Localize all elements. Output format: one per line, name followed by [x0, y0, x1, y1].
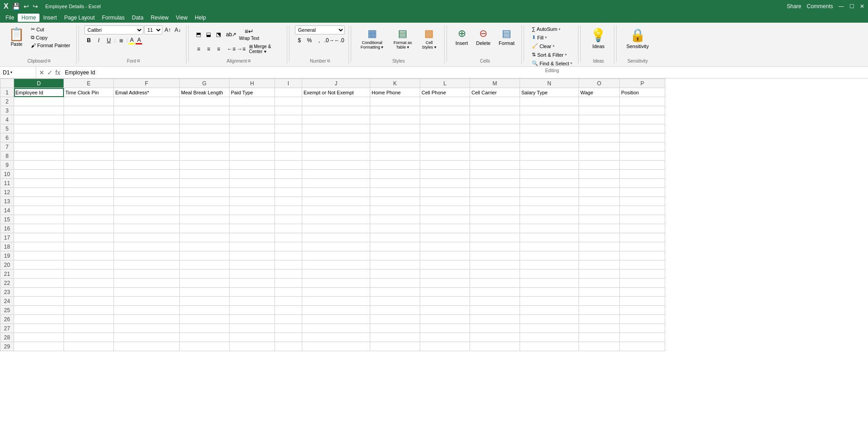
- cell-H11[interactable]: [230, 179, 275, 188]
- row-header-17[interactable]: 17: [0, 233, 14, 242]
- cell-J5[interactable]: [302, 124, 370, 133]
- align-top-left-btn[interactable]: ⬒: [194, 30, 203, 39]
- cell-L9[interactable]: [420, 161, 470, 170]
- cell-M10[interactable]: [470, 170, 520, 179]
- cell-K3[interactable]: [370, 106, 420, 115]
- restore-button[interactable]: ☐: [849, 3, 854, 10]
- cell-K21[interactable]: [370, 269, 420, 279]
- cell-L18[interactable]: [420, 242, 470, 251]
- find-select-button[interactable]: 🔍 Find & Select ▾: [530, 59, 574, 67]
- cell-L5[interactable]: [420, 124, 470, 133]
- cell-M5[interactable]: [470, 124, 520, 133]
- cell-E23[interactable]: [64, 288, 114, 297]
- orient-btn[interactable]: ab↗: [227, 30, 236, 39]
- cell-G1[interactable]: Meal Break Length: [180, 88, 230, 97]
- cell-E13[interactable]: [64, 197, 114, 206]
- cell-L22[interactable]: [420, 279, 470, 288]
- cell-E9[interactable]: [64, 161, 114, 170]
- font-increase-btn[interactable]: A↑: [163, 25, 172, 34]
- row-header-18[interactable]: 18: [0, 242, 14, 251]
- cell-G3[interactable]: [180, 106, 230, 115]
- row-header-5[interactable]: 5: [0, 124, 14, 133]
- cell-I8[interactable]: [275, 152, 302, 161]
- cell-N17[interactable]: [520, 233, 579, 242]
- cell-E11[interactable]: [64, 179, 114, 188]
- cell-P15[interactable]: [620, 215, 665, 224]
- percent-btn[interactable]: %: [305, 36, 314, 45]
- cell-O9[interactable]: [579, 161, 620, 170]
- cell-H21[interactable]: [230, 269, 275, 279]
- cell-P6[interactable]: [620, 133, 665, 142]
- paste-button[interactable]: 📋 Paste: [5, 25, 28, 49]
- row-header-21[interactable]: 21: [0, 269, 14, 279]
- comments-button[interactable]: Comments: [807, 3, 833, 10]
- cell-E1[interactable]: Time Clock Pin: [64, 88, 114, 97]
- cell-J29[interactable]: [302, 342, 370, 351]
- cell-K13[interactable]: [370, 197, 420, 206]
- row-header-28[interactable]: 28: [0, 333, 14, 342]
- cell-L11[interactable]: [420, 179, 470, 188]
- cell-N2[interactable]: [520, 97, 579, 106]
- cell-D26[interactable]: [14, 315, 64, 324]
- sort-filter-button[interactable]: ⇅ Sort & Filter ▾: [530, 51, 574, 59]
- cell-E16[interactable]: [64, 224, 114, 233]
- cell-J7[interactable]: [302, 142, 370, 152]
- cell-F13[interactable]: [114, 197, 180, 206]
- cell-O29[interactable]: [579, 342, 620, 351]
- cell-I23[interactable]: [275, 288, 302, 297]
- cell-J2[interactable]: [302, 97, 370, 106]
- cell-D11[interactable]: [14, 179, 64, 188]
- cell-F15[interactable]: [114, 215, 180, 224]
- cell-M8[interactable]: [470, 152, 520, 161]
- cell-G27[interactable]: [180, 324, 230, 333]
- cell-L20[interactable]: [420, 260, 470, 269]
- cell-E27[interactable]: [64, 324, 114, 333]
- cell-J26[interactable]: [302, 315, 370, 324]
- cell-K29[interactable]: [370, 342, 420, 351]
- align-top-center-btn[interactable]: ⬓: [204, 30, 213, 39]
- col-header-M[interactable]: M: [470, 79, 520, 88]
- cell-K24[interactable]: [370, 297, 420, 306]
- row-header-9[interactable]: 9: [0, 161, 14, 170]
- cell-M28[interactable]: [470, 333, 520, 342]
- merge-center-btn[interactable]: ⊞ Merge & Center ▾: [247, 44, 283, 54]
- cell-M7[interactable]: [470, 142, 520, 152]
- close-button[interactable]: ✕: [860, 3, 864, 10]
- cell-F25[interactable]: [114, 306, 180, 315]
- col-header-G[interactable]: G: [180, 79, 230, 88]
- cell-G9[interactable]: [180, 161, 230, 170]
- cell-K16[interactable]: [370, 224, 420, 233]
- cell-I7[interactable]: [275, 142, 302, 152]
- cell-H20[interactable]: [230, 260, 275, 269]
- minimize-button[interactable]: —: [839, 3, 844, 10]
- cell-L16[interactable]: [420, 224, 470, 233]
- cell-H27[interactable]: [230, 324, 275, 333]
- cell-I24[interactable]: [275, 297, 302, 306]
- cell-N14[interactable]: [520, 206, 579, 215]
- cell-O19[interactable]: [579, 251, 620, 260]
- cell-G21[interactable]: [180, 269, 230, 279]
- cell-N29[interactable]: [520, 342, 579, 351]
- number-expand-icon[interactable]: ⧉: [327, 59, 330, 64]
- alignment-expand-icon[interactable]: ⧉: [248, 59, 250, 64]
- cell-J25[interactable]: [302, 306, 370, 315]
- cell-H7[interactable]: [230, 142, 275, 152]
- cell-E25[interactable]: [64, 306, 114, 315]
- row-header-7[interactable]: 7: [0, 142, 14, 152]
- cell-H13[interactable]: [230, 197, 275, 206]
- cell-L12[interactable]: [420, 188, 470, 197]
- cell-F2[interactable]: [114, 97, 180, 106]
- quick-access-undo[interactable]: ↩: [24, 3, 29, 10]
- cell-P27[interactable]: [620, 324, 665, 333]
- cell-J20[interactable]: [302, 260, 370, 269]
- cell-M11[interactable]: [470, 179, 520, 188]
- cell-P24[interactable]: [620, 297, 665, 306]
- number-format-select[interactable]: General: [295, 25, 345, 34]
- cell-N11[interactable]: [520, 179, 579, 188]
- cell-M29[interactable]: [470, 342, 520, 351]
- cell-J3[interactable]: [302, 106, 370, 115]
- cell-E10[interactable]: [64, 170, 114, 179]
- col-header-J[interactable]: J: [302, 79, 370, 88]
- row-header-22[interactable]: 22: [0, 279, 14, 288]
- font-size-select[interactable]: 11: [144, 25, 162, 34]
